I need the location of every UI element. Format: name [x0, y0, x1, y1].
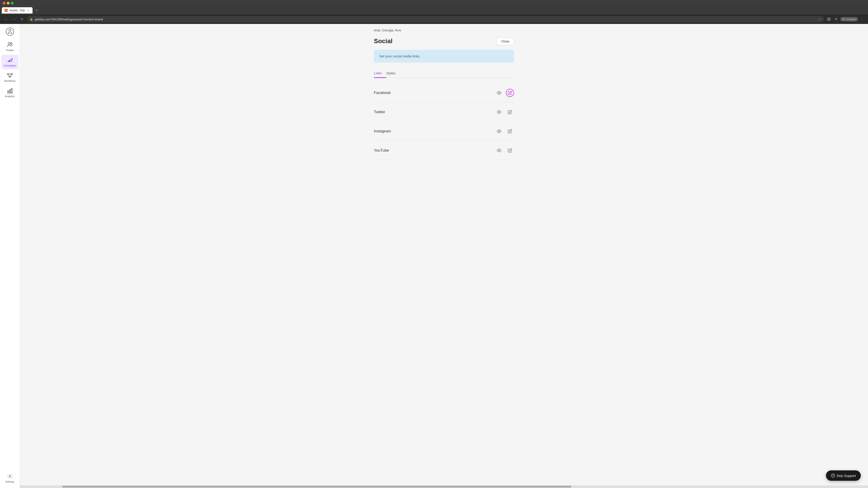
sidebar-item-analytics-label: Analytics	[5, 95, 15, 98]
youtube-eye-button[interactable]	[495, 147, 503, 155]
sidebar-item-people[interactable]: People	[1, 39, 19, 54]
svg-point-26	[499, 111, 500, 113]
incognito-label: Incognito	[846, 18, 856, 21]
reload-button[interactable]: ↻	[19, 16, 25, 22]
svg-rect-15	[9, 76, 11, 77]
info-message: Set your social media links.	[379, 54, 508, 58]
analytics-icon	[7, 88, 13, 94]
active-tab[interactable]: 🔶 Assets · Drip ✕	[2, 7, 33, 13]
svg-rect-2	[828, 20, 829, 21]
workflows-icon	[7, 72, 13, 78]
facebook-eye-button[interactable]	[495, 89, 503, 97]
twitter-label: Twitter	[374, 110, 385, 114]
svg-rect-23	[11, 89, 12, 93]
sidebar: People Campaigns	[0, 24, 20, 488]
youtube-actions	[495, 147, 514, 155]
lock-icon: 🔒	[30, 18, 33, 21]
page-title: Social	[374, 37, 393, 45]
sidebar-item-campaigns-label: Campaigns	[4, 64, 16, 67]
maximize-window-button[interactable]	[11, 2, 13, 4]
facebook-actions	[495, 89, 514, 97]
svg-point-27	[499, 131, 500, 132]
svg-point-8	[8, 32, 9, 34]
youtube-edit-button[interactable]	[506, 147, 514, 155]
social-row-facebook: Facebook	[374, 84, 514, 103]
svg-rect-0	[828, 18, 829, 19]
minimize-window-button[interactable]	[7, 2, 9, 4]
svg-rect-1	[829, 18, 831, 19]
tab-favicon: 🔶	[4, 9, 8, 12]
back-button[interactable]: ←	[3, 16, 9, 22]
svg-line-20	[10, 76, 12, 76]
svg-point-28	[499, 150, 500, 151]
svg-rect-13	[7, 74, 9, 75]
main-content: Arial, Georgia, Arvo Social Close Set yo…	[20, 24, 868, 488]
close-button[interactable]: Close	[496, 37, 514, 45]
svg-point-5	[843, 18, 844, 19]
toolbar-right: Incognito ⋮	[826, 16, 865, 22]
sidebar-item-settings-label: Settings	[5, 480, 14, 483]
svg-point-24	[9, 476, 11, 477]
address-bar-row: ← → ↻ 🔒 getdrip.com/7641396/settings/ass…	[0, 14, 868, 24]
tab-styles[interactable]: Styles	[386, 69, 400, 78]
youtube-label: YouTube	[374, 148, 389, 153]
content-area: Arial, Georgia, Arvo Social Close Set yo…	[365, 24, 523, 169]
tab-bar: 🔶 Assets · Drip ✕ +	[0, 6, 868, 14]
sidebar-item-workflows[interactable]: Workflows	[1, 70, 19, 85]
svg-point-10	[8, 42, 10, 44]
instagram-edit-button[interactable]	[506, 127, 514, 135]
close-tab-button[interactable]: ✕	[27, 9, 30, 12]
svg-rect-3	[829, 20, 831, 21]
more-options-button[interactable]: ⋮	[859, 16, 865, 22]
sidebar-item-people-label: People	[6, 49, 13, 52]
address-bar[interactable]: 🔒 getdrip.com/7641396/settings/assets?se…	[27, 16, 824, 22]
twitter-eye-button[interactable]	[495, 108, 503, 116]
app: People Campaigns	[0, 24, 868, 488]
tab-title: Assets · Drip	[9, 9, 25, 12]
info-box: Set your social media links.	[374, 50, 514, 63]
tab-links[interactable]: Links	[374, 69, 386, 78]
sidebar-item-settings[interactable]: Settings	[1, 471, 19, 485]
instagram-label: Instagram	[374, 129, 391, 133]
instagram-actions	[495, 127, 514, 135]
incognito-badge: Incognito	[840, 17, 858, 22]
svg-rect-21	[7, 91, 8, 93]
instagram-eye-button[interactable]	[495, 127, 503, 135]
svg-rect-22	[9, 90, 10, 93]
campaigns-icon	[7, 57, 13, 63]
sidebar-item-workflows-label: Workflows	[4, 79, 16, 82]
social-links-list: Facebook	[374, 84, 514, 160]
bookmark-icon: ☆	[818, 18, 821, 21]
facebook-label: Facebook	[374, 91, 391, 95]
social-header: Social Close	[374, 37, 514, 45]
social-row-youtube: YouTube	[374, 141, 514, 160]
drip-support-label: Drip Support	[837, 474, 856, 478]
forward-button[interactable]: →	[11, 16, 17, 22]
people-icon	[7, 41, 13, 48]
sidebar-item-analytics[interactable]: Analytics	[1, 86, 19, 100]
svg-point-25	[499, 92, 500, 94]
scrollbar-thumb[interactable]	[62, 486, 571, 488]
sidebar-item-campaigns[interactable]: Campaigns	[1, 55, 19, 69]
svg-point-9	[10, 32, 12, 34]
drip-support-button[interactable]: Drip Support	[826, 470, 861, 481]
social-row-instagram: Instagram	[374, 122, 514, 141]
extensions-button[interactable]	[826, 16, 832, 22]
title-bar	[0, 0, 868, 6]
svg-line-19	[8, 76, 10, 76]
close-window-button[interactable]	[3, 2, 5, 4]
twitter-edit-button[interactable]	[506, 108, 514, 116]
svg-rect-14	[11, 74, 12, 75]
facebook-edit-button[interactable]	[506, 89, 514, 97]
traffic-lights	[3, 2, 13, 4]
svg-point-7	[9, 29, 11, 32]
sidebar-logo	[5, 27, 15, 37]
svg-point-4	[836, 18, 837, 19]
horizontal-scrollbar[interactable]	[20, 485, 868, 488]
twitter-actions	[495, 108, 514, 116]
font-hint: Arial, Georgia, Arvo	[374, 29, 514, 32]
tabs-bar: Links Styles	[374, 69, 514, 78]
profile-button[interactable]	[833, 16, 839, 22]
settings-icon	[7, 473, 13, 480]
new-tab-button[interactable]: +	[33, 7, 40, 13]
